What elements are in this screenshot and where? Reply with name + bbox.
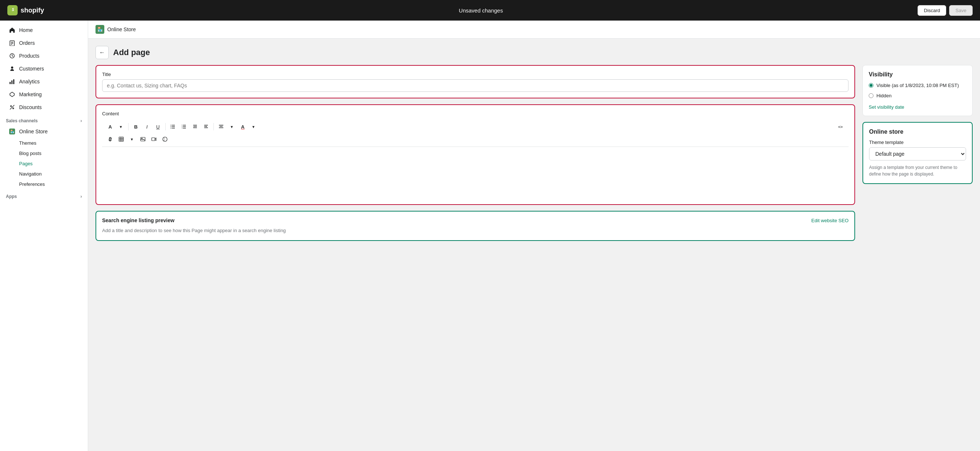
page-content: Title Content A ▼ B I U: [95, 65, 973, 241]
set-visibility-date-link[interactable]: Set visibility date: [869, 104, 904, 110]
visibility-hidden-option: Hidden: [869, 92, 966, 99]
link-btn[interactable]: [105, 134, 115, 145]
sales-channels-chevron[interactable]: ›: [80, 118, 82, 124]
bold-btn[interactable]: B: [131, 122, 141, 132]
title-input[interactable]: [102, 79, 848, 92]
emoji-btn[interactable]: [160, 134, 170, 145]
svg-rect-8: [13, 79, 14, 84]
sales-channels-label: Sales channels: [6, 118, 38, 124]
theme-template-select[interactable]: Default page: [869, 147, 966, 160]
svg-rect-25: [194, 126, 197, 127]
topbar-actions: Discard Save: [918, 5, 973, 16]
svg-rect-19: [183, 126, 186, 127]
svg-rect-18: [183, 125, 186, 125]
sidebar-item-customers-label: Customers: [19, 66, 44, 71]
svg-rect-7: [11, 81, 13, 84]
breadcrumb-bar: 🏪 Online Store: [88, 21, 980, 38]
sidebar-item-orders-label: Orders: [19, 40, 35, 46]
content-editor-body[interactable]: [102, 147, 848, 199]
sidebar-item-home[interactable]: Home: [3, 24, 85, 37]
sidebar-sub-preferences[interactable]: Preferences: [3, 179, 85, 189]
marketing-icon: [9, 91, 16, 98]
apps-chevron[interactable]: ›: [80, 194, 82, 199]
table-btn[interactable]: [116, 134, 126, 145]
back-button[interactable]: ←: [95, 46, 109, 59]
indent-decrease-btn[interactable]: [190, 122, 200, 132]
right-col: Visibility Visible (as of 1/8/2023, 10:0…: [862, 65, 973, 184]
sidebar-sub-navigation-label: Navigation: [19, 171, 41, 177]
topbar: shopify Unsaved changes Discard Save: [0, 0, 980, 21]
align-btn[interactable]: [216, 122, 226, 132]
svg-point-10: [13, 108, 14, 109]
svg-point-16: [171, 126, 172, 127]
sidebar-item-online-store[interactable]: 🏪 Online Store: [3, 125, 85, 138]
svg-rect-24: [193, 125, 197, 125]
svg-rect-13: [172, 126, 175, 127]
align-dropdown-btn[interactable]: ▼: [227, 122, 237, 132]
sidebar-item-marketing[interactable]: Marketing: [3, 88, 85, 101]
layout: Home Orders Products Customers Analytics: [0, 21, 980, 451]
svg-rect-31: [220, 126, 223, 127]
customers-icon: [9, 65, 16, 72]
indent-increase-btn[interactable]: [201, 122, 211, 132]
sidebar-item-orders[interactable]: Orders: [3, 37, 85, 49]
code-btn[interactable]: <>: [835, 122, 846, 132]
main-content: 🏪 Online Store ← Add page Title Content: [88, 21, 980, 451]
font-group: A ▼: [105, 122, 126, 132]
text-color-btn[interactable]: A: [238, 122, 248, 132]
svg-text:3: 3: [182, 127, 183, 129]
underline-btn[interactable]: U: [153, 122, 163, 132]
sidebar-sub-navigation[interactable]: Navigation: [3, 169, 85, 179]
products-icon: [9, 52, 16, 59]
toolbar-divider-2: [165, 123, 165, 130]
visibility-card: Visibility Visible (as of 1/8/2023, 10:0…: [862, 65, 973, 116]
sidebar-sub-blog-posts[interactable]: Blog posts: [3, 148, 85, 158]
breadcrumb-label: Online Store: [107, 27, 136, 32]
font-dropdown-btn[interactable]: ▼: [116, 122, 126, 132]
sidebar-sub-pages[interactable]: Pages: [3, 159, 85, 168]
visibility-hidden-radio[interactable]: [869, 93, 873, 98]
page-title-row: ← Add page: [95, 46, 973, 59]
analytics-icon: [9, 78, 16, 85]
sidebar-item-analytics-label: Analytics: [19, 79, 40, 84]
title-card: Title: [95, 65, 855, 98]
content-field-label: Content: [102, 111, 848, 116]
sidebar-sub-themes[interactable]: Themes: [3, 138, 85, 148]
visibility-visible-radio[interactable]: [869, 83, 873, 88]
svg-rect-33: [119, 137, 123, 141]
save-button[interactable]: Save: [949, 5, 973, 16]
seo-description: Add a title and description to see how t…: [102, 227, 848, 234]
discard-button[interactable]: Discard: [918, 5, 946, 16]
toolbar-divider-3: [213, 123, 214, 130]
svg-rect-40: [152, 138, 155, 141]
svg-point-41: [163, 137, 167, 141]
svg-rect-20: [183, 128, 186, 129]
edit-seo-link[interactable]: Edit website SEO: [811, 218, 848, 223]
sidebar-item-home-label: Home: [19, 27, 33, 33]
ordered-list-btn[interactable]: 123: [179, 122, 189, 132]
sidebar-item-customers[interactable]: Customers: [3, 62, 85, 75]
apps-section: Apps ›: [0, 189, 88, 200]
sidebar-item-discounts[interactable]: Discounts: [3, 101, 85, 113]
table-dropdown-btn[interactable]: ▼: [127, 134, 137, 145]
sidebar-item-products-label: Products: [19, 53, 39, 59]
align-group: ▼: [216, 122, 237, 132]
video-btn[interactable]: [149, 134, 159, 145]
toolbar-divider-1: [128, 123, 129, 130]
bullet-list-btn[interactable]: [168, 122, 178, 132]
font-btn[interactable]: A: [105, 122, 115, 132]
seo-header: Search engine listing preview Edit websi…: [102, 218, 848, 223]
text-color-dropdown-btn[interactable]: ▼: [248, 122, 259, 132]
sales-channels-section: Sales channels ›: [0, 114, 88, 125]
italic-btn[interactable]: I: [142, 122, 152, 132]
online-store-icon: 🏪: [9, 128, 16, 135]
seo-title: Search engine listing preview: [102, 218, 175, 223]
svg-rect-26: [193, 127, 197, 128]
sidebar-item-analytics[interactable]: Analytics: [3, 75, 85, 88]
image-btn[interactable]: [138, 134, 148, 145]
table-group: ▼: [116, 134, 137, 145]
sidebar-item-products[interactable]: Products: [3, 49, 85, 62]
discounts-icon: [9, 104, 16, 111]
svg-point-15: [171, 125, 172, 125]
svg-rect-0: [7, 5, 18, 16]
